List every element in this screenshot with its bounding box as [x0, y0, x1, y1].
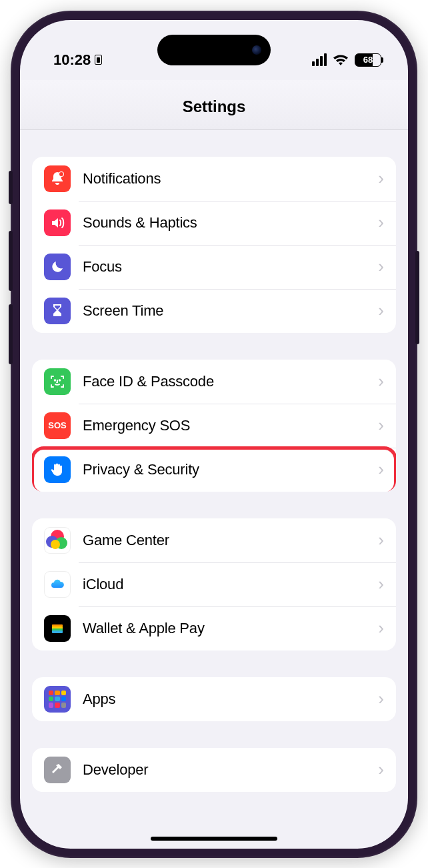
- hammer-icon: [44, 757, 71, 783]
- bell-badge-icon: [44, 165, 71, 192]
- svg-rect-7: [52, 630, 63, 633]
- chevron-right-icon: ›: [378, 300, 384, 321]
- settings-list[interactable]: Notifications › Sounds & Haptics › Focus…: [20, 130, 408, 845]
- phone-frame: 10:28 68 Settings: [11, 11, 417, 858]
- moon-icon: [44, 254, 71, 280]
- row-label: Notifications: [83, 170, 378, 187]
- row-sounds[interactable]: Sounds & Haptics ›: [32, 201, 396, 245]
- svg-point-2: [55, 380, 56, 381]
- volume-down-button[interactable]: [9, 304, 13, 364]
- battery-percentage: 68: [355, 55, 381, 65]
- row-gamecenter[interactable]: Game Center ›: [32, 518, 396, 562]
- row-developer[interactable]: Developer ›: [32, 748, 396, 792]
- row-label: Screen Time: [83, 302, 378, 320]
- settings-group: Developer ›: [32, 748, 396, 792]
- row-label: Face ID & Passcode: [83, 373, 378, 390]
- volume-up-button[interactable]: [9, 231, 13, 291]
- row-label: Developer: [83, 761, 378, 779]
- battery-icon: 68: [355, 53, 381, 67]
- row-label: Privacy & Security: [83, 461, 378, 478]
- settings-group: Game Center › iCloud › Wallet & Apple Pa…: [32, 518, 396, 650]
- chevron-right-icon: ›: [378, 574, 384, 594]
- row-label: Sounds & Haptics: [83, 214, 378, 232]
- row-apps[interactable]: Apps ›: [32, 677, 396, 721]
- chevron-right-icon: ›: [378, 256, 384, 277]
- gamecenter-icon: [44, 527, 71, 554]
- row-label: Wallet & Apple Pay: [83, 620, 378, 637]
- row-screentime[interactable]: Screen Time ›: [32, 289, 396, 333]
- chevron-right-icon: ›: [378, 759, 384, 780]
- row-label: Game Center: [83, 532, 378, 549]
- screen: 10:28 68 Settings: [20, 20, 408, 849]
- icloud-icon: [44, 571, 71, 598]
- sim-icon: [95, 55, 102, 65]
- chevron-right-icon: ›: [378, 689, 384, 709]
- apps-grid-icon: [44, 686, 71, 713]
- settings-group: Notifications › Sounds & Haptics › Focus…: [32, 157, 396, 333]
- row-privacy[interactable]: Privacy & Security ›: [32, 448, 396, 492]
- chevron-right-icon: ›: [378, 168, 384, 189]
- chevron-right-icon: ›: [378, 618, 384, 638]
- row-focus[interactable]: Focus ›: [32, 245, 396, 289]
- chevron-right-icon: ›: [378, 415, 384, 436]
- status-time: 10:28: [53, 51, 91, 69]
- row-icloud[interactable]: iCloud ›: [32, 562, 396, 606]
- svg-point-1: [59, 172, 63, 176]
- dynamic-island: [157, 35, 271, 65]
- faceid-icon: [44, 368, 71, 395]
- home-indicator[interactable]: [151, 837, 277, 841]
- speaker-wave-icon: [44, 209, 71, 236]
- wallet-icon: [44, 615, 71, 642]
- chevron-right-icon: ›: [378, 212, 384, 233]
- row-label: Apps: [83, 691, 378, 708]
- row-label: iCloud: [83, 576, 378, 593]
- row-faceid[interactable]: Face ID & Passcode ›: [32, 360, 396, 404]
- row-notifications[interactable]: Notifications ›: [32, 157, 396, 201]
- row-label: Emergency SOS: [83, 417, 378, 434]
- row-wallet[interactable]: Wallet & Apple Pay ›: [32, 606, 396, 650]
- hourglass-icon: [44, 298, 71, 324]
- svg-point-3: [59, 380, 61, 381]
- chevron-right-icon: ›: [378, 530, 384, 550]
- chevron-right-icon: ›: [378, 371, 384, 392]
- hand-raised-icon: [44, 456, 71, 483]
- page-title: Settings: [20, 80, 408, 130]
- chevron-right-icon: ›: [378, 459, 384, 480]
- power-button[interactable]: [415, 251, 419, 344]
- cellular-signal-icon: [312, 53, 327, 66]
- row-sos[interactable]: SOS Emergency SOS ›: [32, 404, 396, 448]
- row-label: Focus: [83, 258, 378, 276]
- settings-group: Apps ›: [32, 677, 396, 721]
- wifi-icon: [333, 54, 349, 66]
- silent-switch[interactable]: [9, 171, 13, 204]
- sos-icon: SOS: [44, 412, 71, 439]
- settings-group: Face ID & Passcode › SOS Emergency SOS ›…: [32, 360, 396, 492]
